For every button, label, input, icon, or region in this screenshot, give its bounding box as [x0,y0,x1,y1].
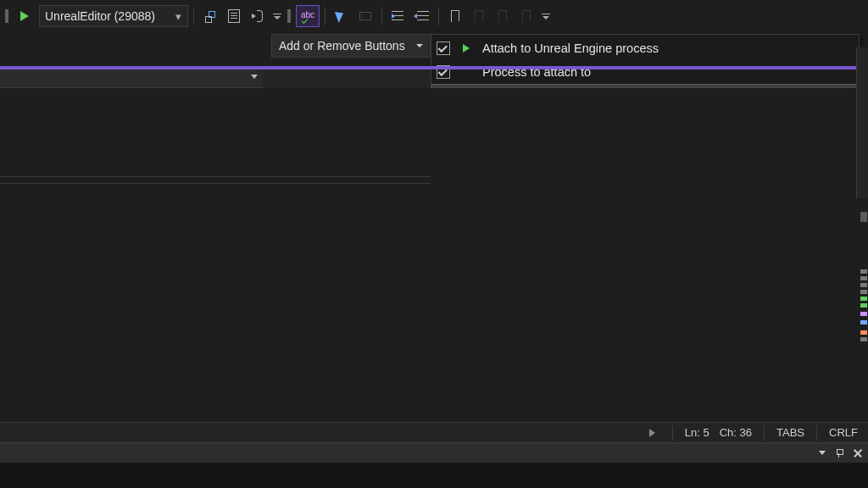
minimap-marker[interactable] [860,290,867,294]
add-remove-buttons-item[interactable]: Add or Remove Buttons [271,34,431,58]
footer-area [0,463,868,488]
bookmark-icon [451,10,459,22]
bookmark-prev-icon [475,10,483,22]
minimap-marker[interactable] [860,330,867,335]
bookmark-clear-button[interactable] [515,5,537,27]
minimap-marker[interactable] [860,269,867,274]
minimap-marker[interactable] [860,337,867,341]
minimap-marker[interactable] [860,312,867,316]
cursor-icon [337,10,347,22]
process-combo[interactable]: UnrealEditor (29088) ▾ [39,5,188,27]
editor-region-divider [0,176,431,177]
window-options-icon[interactable] [819,451,826,455]
status-tabs[interactable]: TABS [771,426,810,439]
bookmark-next-button[interactable] [492,5,514,27]
chevron-down-icon [416,44,423,47]
scrollbar-thumb[interactable] [860,212,867,222]
minimap-marker[interactable] [860,283,867,287]
cursor-button[interactable] [331,5,353,27]
bookmark-prev-button[interactable] [468,5,490,27]
chevron-down-icon: ▾ [174,10,182,23]
toolbar-overflow-2[interactable] [539,6,553,26]
breadcrumb-spacer [263,69,431,88]
menu-item-process-to-attach[interactable]: Process to attach to [431,60,859,84]
indent-icon [392,11,405,21]
main-toolbar: UnrealEditor (29088) ▾ abc [0,3,868,29]
start-debug-button[interactable] [14,5,36,27]
pin-icon[interactable] [834,448,844,458]
play-status-icon[interactable] [649,429,655,437]
abc-icon: abc [299,9,316,20]
status-ln[interactable]: Ln: 5 [680,426,715,439]
close-icon[interactable] [853,448,863,458]
checkbox[interactable] [437,42,450,55]
indent-button[interactable] [387,5,409,27]
outdent-icon [415,11,429,21]
breadcrumb-combo[interactable] [0,69,263,88]
bookmark-next-icon [498,10,507,22]
ch-label: Ch: [720,426,737,439]
drag-handle-icon [286,6,292,26]
ue-log-button[interactable] [223,5,245,27]
comment-icon [359,12,371,20]
status-bar: Ln: 5 Ch: 36 TABS CRLF [0,422,868,442]
minimap-marker[interactable] [860,297,867,301]
separator [193,7,194,25]
play-icon [20,11,29,21]
ln-label: Ln: [685,426,700,439]
outdent-button[interactable] [411,5,433,27]
play-icon [459,41,474,56]
editor-region-divider [0,183,431,184]
right-panel-sliver [856,47,868,198]
ch-value: 36 [740,426,752,439]
minimap-marker[interactable] [860,303,867,308]
scrollbar-minimap[interactable] [858,212,868,422]
abc-spellcheck-button[interactable]: abc [296,5,320,27]
separator [438,7,439,25]
chevron-down-icon [251,75,258,79]
blueprint-icon [203,9,217,23]
status-line-endings[interactable]: CRLF [824,426,863,439]
separator [325,7,326,25]
configure-icon [252,10,264,22]
configure-button[interactable] [247,5,269,27]
toolbar-overflow-1[interactable] [270,6,284,26]
ln-value: 5 [703,426,709,439]
minimap-marker[interactable] [860,320,867,324]
process-combo-label: UnrealEditor (29088) [45,9,174,23]
comment-button[interactable] [354,5,376,27]
rescan-bp-button[interactable] [199,5,221,27]
bookmark-clear-icon [522,10,531,22]
tool-window-header [0,442,868,463]
menu-item-label: Attach to Unreal Engine process [482,42,850,55]
bookmark-toggle-button[interactable] [444,5,466,27]
separator [381,7,382,25]
add-remove-label: Add or Remove Buttons [279,39,405,53]
drag-handle-icon [3,6,10,26]
log-icon [228,9,240,23]
status-ch[interactable]: Ch: 36 [715,426,757,439]
minimap-marker[interactable] [860,276,867,280]
menu-item-attach[interactable]: Attach to Unreal Engine process [431,36,859,60]
